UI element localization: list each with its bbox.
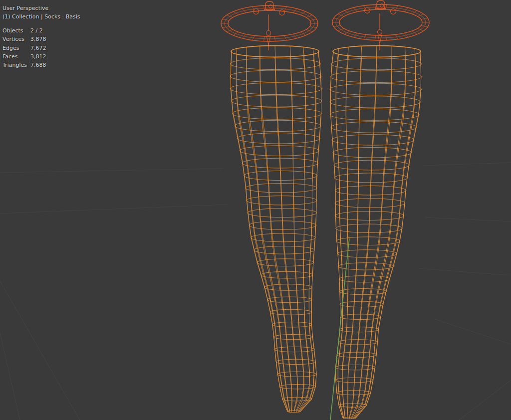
stat-label: Vertices [2,35,28,43]
view-perspective-label: User Perspective [2,4,80,12]
stat-value: 2 / 2 [30,26,80,35]
active-collection-breadcrumb: (1) Collection | Socks : Basis [2,12,80,21]
stat-label: Objects [2,26,28,35]
stat-objects: Objects 2 / 2 [2,26,80,35]
right-sock-wireframe [330,46,422,419]
floor-grid [0,163,511,420]
right-garter-ring [332,0,429,50]
stat-label: Faces [2,52,28,61]
stat-label: Triangles [2,61,28,69]
stat-label: Edges [2,44,28,52]
stat-triangles: Triangles 7,688 [2,61,80,69]
left-sock-wireframe [230,46,322,413]
stat-value: 3,812 [30,52,80,61]
viewport-overlay: User Perspective (1) Collection | Socks … [2,4,80,69]
stat-edges: Edges 7,672 [2,44,80,52]
stat-value: 3,878 [30,35,80,43]
blender-3d-viewport[interactable]: User Perspective (1) Collection | Socks … [0,0,511,420]
stat-value: 7,688 [30,61,80,69]
left-garter-ring [221,1,318,50]
scene-statistics: Objects 2 / 2 Vertices 3,878 Edges 7,672… [2,26,80,69]
stat-faces: Faces 3,812 [2,52,80,61]
stat-value: 7,672 [30,44,80,52]
stat-vertices: Vertices 3,878 [2,35,80,43]
overlay-spacer [2,21,80,26]
